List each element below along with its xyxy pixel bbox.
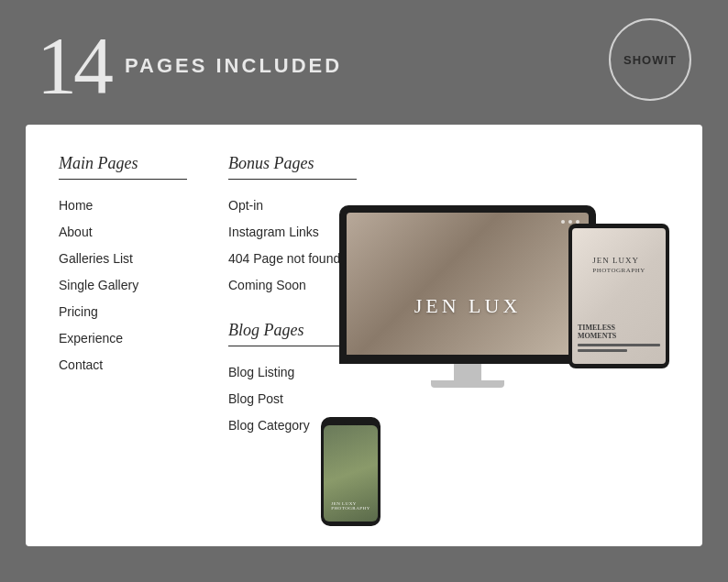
list-item: About <box>59 223 228 242</box>
devices-wrapper: JEN LUX JEN LUXYPHOTOGRAPHY TIMELESSMOME… <box>321 187 669 526</box>
showit-badge: SHOWIT <box>609 18 691 101</box>
main-pages-divider <box>59 179 187 180</box>
tablet-outer: JEN LUXYPHOTOGRAPHY TIMELESSMOMENTS <box>568 224 669 368</box>
list-item: Home <box>59 196 228 215</box>
list-item: Single Gallery <box>59 276 228 295</box>
pages-included-label: PAGES INCLUDED <box>125 54 342 78</box>
main-pages-column: Main Pages Home About Galleries List Sin… <box>59 154 228 517</box>
monitor-brand-text: JEN LUX <box>414 294 522 318</box>
phone-notch <box>344 422 358 425</box>
phone-screen: JEN LUXYPHOTOGRAPHY <box>324 425 378 522</box>
desktop-monitor: JEN LUX <box>339 205 596 388</box>
tablet-content-line <box>578 349 627 352</box>
page-count-number: 14 <box>37 26 110 106</box>
content-card: Main Pages Home About Galleries List Sin… <box>26 125 702 546</box>
list-item: Galleries List <box>59 249 228 269</box>
list-item: Contact <box>59 356 228 375</box>
header-area: 14 PAGES INCLUDED SHOWIT <box>0 0 728 125</box>
monitor-nav-dot <box>561 220 565 224</box>
tablet-content-block: TIMELESSMOMENTS <box>578 324 660 355</box>
tablet-device: JEN LUXYPHOTOGRAPHY TIMELESSMOMENTS <box>568 224 669 368</box>
monitor-stand-base <box>431 380 504 388</box>
devices-column: JEN LUX JEN LUXYPHOTOGRAPHY TIMELESSMOME… <box>430 154 669 517</box>
monitor-screen-outer: JEN LUX <box>339 205 596 364</box>
list-item: Pricing <box>59 302 228 322</box>
phone-device: JEN LUXYPHOTOGRAPHY <box>321 417 381 526</box>
bonus-pages-divider <box>228 179 357 180</box>
tablet-content-line <box>578 344 660 346</box>
list-item: Experience <box>59 329 228 348</box>
tablet-brand-text: JEN LUXYPHOTOGRAPHY <box>592 256 645 274</box>
bonus-pages-title: Bonus Pages <box>228 154 430 173</box>
showit-label: SHOWIT <box>623 53 677 67</box>
main-pages-title: Main Pages <box>59 154 228 173</box>
monitor-stand-neck <box>454 364 481 380</box>
monitor-bottom-bar <box>347 355 589 364</box>
tablet-screen: JEN LUXYPHOTOGRAPHY TIMELESSMOMENTS <box>572 228 666 364</box>
monitor-screen: JEN LUX <box>347 213 589 355</box>
phone-brand-text: JEN LUXYPHOTOGRAPHY <box>331 501 370 511</box>
phone-outer: JEN LUXYPHOTOGRAPHY <box>321 417 381 526</box>
